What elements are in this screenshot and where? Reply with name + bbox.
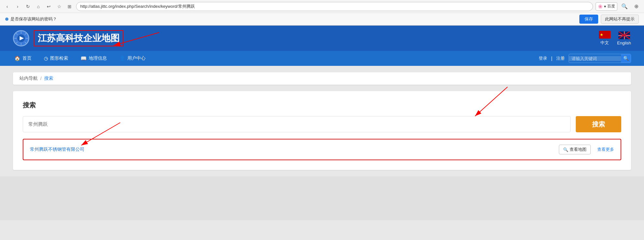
register-link[interactable]: 注册 — [556, 55, 565, 61]
baidu-search[interactable]: 🌸 ▾ 百度 — [596, 2, 617, 11]
flag-cn-icon — [599, 31, 611, 39]
nav-geo-label: 地理信息 — [89, 55, 107, 61]
site-nav: 🏠 首页 ◷ 图形检索 📖 地理信息 👤 用户中心 登录 | 注册 🔍 — [0, 51, 644, 66]
search-section-title: 搜索 — [23, 101, 621, 110]
result-company-name[interactable]: 常州腾跃不锈钢管有限公司 — [30, 147, 84, 152]
header-right: 中文 English — [599, 31, 631, 46]
breadcrumb: 站内导航 / 搜索 — [13, 72, 631, 85]
back-button[interactable]: ‹ — [3, 3, 11, 10]
user-icon: 👤 — [119, 55, 125, 61]
breadcrumb-current: 搜索 — [44, 76, 53, 81]
password-bar-message: 是否保存该网站的密码？ — [5, 16, 57, 22]
nav-item-graph[interactable]: ◷ 图形检索 — [43, 51, 70, 66]
logo-svg — [14, 30, 29, 46]
flag-uk-icon — [618, 31, 630, 39]
forward-button[interactable]: › — [14, 3, 21, 10]
view-map-label: 查看地图 — [570, 147, 586, 152]
baidu-dropdown-icon: ▾ — [604, 4, 606, 9]
header-left: 江苏高科技企业地图 — [13, 30, 123, 46]
site-logo — [13, 30, 29, 46]
baidu-label: 百度 — [607, 4, 615, 9]
site-header: 江苏高科技企业地图 中文 — [0, 26, 644, 51]
results-area: 常州腾跃不锈钢管有限公司 🔍 查看地图 查看更多 — [23, 139, 621, 160]
breadcrumb-separator: / — [40, 76, 42, 81]
password-message-text: 是否保存该网站的密码？ — [10, 16, 57, 22]
map-search-icon: 🔍 — [563, 147, 568, 152]
password-bar-actions: 保存 此网站不再提示 — [579, 15, 639, 24]
site-title: 江苏高科技企业地图 — [34, 30, 123, 46]
browser-chrome: ‹ › ↻ ⌂ ↩ ☆ ⊞ 🌸 ▾ 百度 🔍 ⊕ 是否保存该网站的密码？ 保存 … — [0, 0, 644, 26]
nav-right: 登录 | 注册 🔍 — [539, 54, 631, 63]
save-password-button[interactable]: 保存 — [579, 15, 598, 24]
nav-search-button[interactable]: 🔍 — [621, 54, 631, 63]
search-section: 搜索 搜索 — [13, 91, 631, 170]
search-button[interactable]: 搜索 — [576, 116, 621, 132]
nav-item-user[interactable]: 👤 用户中心 — [118, 51, 147, 66]
view-map-button[interactable]: 🔍 查看地图 — [559, 145, 591, 154]
lang-en-label: English — [617, 41, 631, 45]
view-more-link[interactable]: 查看更多 — [597, 147, 614, 152]
nav-home-label: 首页 — [22, 55, 32, 61]
password-bar: 是否保存该网站的密码？ 保存 此网站不再提示 — [0, 13, 644, 25]
browser-add-button[interactable]: ⊕ — [632, 2, 641, 11]
address-bar[interactable] — [76, 2, 593, 11]
website: 江苏高科技企业地图 中文 — [0, 26, 644, 220]
reload-button[interactable]: ↻ — [24, 3, 32, 10]
breadcrumb-home: 站内导航 — [19, 76, 38, 81]
nav-search-input[interactable] — [569, 56, 621, 61]
geo-icon: 📖 — [81, 55, 87, 61]
content-area: 站内导航 / 搜索 搜索 搜索 — [0, 66, 644, 176]
nav-item-home[interactable]: 🏠 首页 — [13, 51, 33, 66]
login-link[interactable]: 登录 — [539, 55, 547, 61]
browser-search-button[interactable]: 🔍 — [620, 2, 629, 11]
nav-divider: | — [551, 56, 552, 61]
home-icon: 🏠 — [14, 55, 20, 61]
search-row: 搜索 — [23, 116, 621, 132]
never-save-button[interactable]: 此网站不再提示 — [601, 15, 639, 24]
password-dot-icon — [5, 18, 8, 21]
annotation-arrow-1 — [110, 29, 162, 49]
browser-toolbar: ‹ › ↻ ⌂ ↩ ☆ ⊞ 🌸 ▾ 百度 🔍 ⊕ — [0, 0, 644, 13]
search-input[interactable] — [23, 116, 571, 132]
nav-user-label: 用户中心 — [127, 55, 146, 61]
nav-item-geo[interactable]: 📖 地理信息 — [79, 51, 108, 66]
nav-search-box: 🔍 — [569, 54, 631, 63]
result-actions: 🔍 查看地图 查看更多 — [559, 145, 614, 154]
nav-left: 🏠 首页 ◷ 图形检索 📖 地理信息 👤 用户中心 — [13, 51, 147, 66]
flower-icon: 🌸 — [598, 4, 603, 9]
undo-button[interactable]: ↩ — [45, 3, 53, 10]
graph-icon: ◷ — [44, 55, 48, 61]
lang-cn-label: 中文 — [600, 40, 609, 46]
svg-line-12 — [114, 32, 159, 45]
home-button[interactable]: ⌂ — [34, 3, 42, 10]
page-button[interactable]: ⊞ — [66, 3, 73, 10]
nav-graph-label: 图形检索 — [50, 55, 68, 61]
result-item: 常州腾跃不锈钢管有限公司 🔍 查看地图 查看更多 — [23, 139, 621, 160]
lang-cn-item[interactable]: 中文 — [599, 31, 611, 46]
bookmark-button[interactable]: ☆ — [55, 3, 63, 10]
lang-en-item[interactable]: English — [617, 31, 631, 45]
